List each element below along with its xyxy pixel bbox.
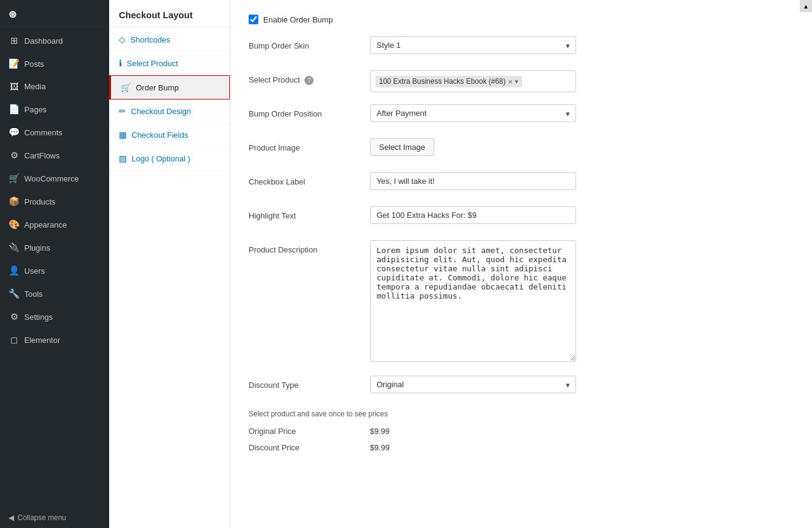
select-product-label: Select Product ?: [249, 70, 370, 85]
form-panel: Enable Order Bump Bump Order Skin Style …: [230, 0, 812, 528]
sub-sidebar-item-label: Checkout Fields: [132, 130, 188, 140]
dashboard-icon: ⊞: [8, 35, 19, 46]
discount-type-row: Discount Type Original Percentage Fixed: [249, 376, 794, 398]
bump-order-position-select[interactable]: After Payment Before Payment After Order…: [370, 104, 576, 122]
fields-icon: ▦: [119, 130, 127, 140]
bump-order-skin-select[interactable]: Style 1 Style 2 Style 3: [370, 36, 576, 54]
discount-type-select-wrapper: Original Percentage Fixed: [370, 376, 576, 393]
product-select-wrapper[interactable]: 100 Extra Business Hacks Ebook (#68) × ▾: [370, 70, 576, 92]
scroll-up-arrow[interactable]: ▲: [800, 0, 812, 12]
collapse-menu-button[interactable]: ◀ Collapse menu: [0, 507, 109, 528]
product-tag-chevron[interactable]: ▾: [515, 78, 518, 86]
sidebar-item-label: Products: [24, 197, 55, 206]
products-icon: 📦: [8, 196, 19, 207]
sidebar-item-comments[interactable]: 💬 Comments: [0, 121, 109, 144]
sidebar-item-label: Comments: [24, 128, 62, 137]
elementor-icon: ◻: [8, 334, 19, 345]
sidebar: ⊛ ⊞ Dashboard 📝 Posts 🖼 Media 📄 Pages 💬 …: [0, 0, 109, 528]
discount-price-value: $9.99: [370, 443, 390, 452]
highlight-text-label: Highlight Text: [249, 206, 370, 220]
discount-type-select[interactable]: Original Percentage Fixed: [370, 376, 576, 393]
sub-sidebar-title: Checkout Layout: [109, 0, 230, 28]
main-area: Checkout Layout ◇ Shortcodes ℹ Select Pr…: [109, 0, 812, 528]
discount-type-label: Discount Type: [249, 376, 370, 390]
sub-sidebar-shortcodes[interactable]: ◇ Shortcodes: [109, 28, 230, 52]
pencil-icon: ✏: [119, 106, 126, 116]
sub-sidebar-item-label: Checkout Design: [131, 107, 191, 116]
collapse-arrow-icon: ◀: [8, 513, 14, 522]
original-price-row: Original Price $9.99: [249, 427, 794, 436]
original-price-value: $9.99: [370, 427, 390, 436]
shortcodes-icon: ◇: [119, 35, 126, 44]
sidebar-item-appearance[interactable]: 🎨 Appearance: [0, 213, 109, 236]
checkbox-label-input[interactable]: [370, 172, 576, 190]
media-icon: 🖼: [8, 81, 19, 92]
bump-order-skin-label: Bump Order Skin: [249, 36, 370, 50]
sub-sidebar-select-product[interactable]: ℹ Select Product: [109, 52, 230, 75]
bump-order-position-control: After Payment Before Payment After Order…: [370, 104, 576, 122]
product-tag-text: 100 Extra Business Hacks Ebook (#68): [379, 77, 506, 86]
bump-order-skin-control: Style 1 Style 2 Style 3: [370, 36, 576, 54]
settings-icon: ⚙: [8, 311, 19, 322]
info-text: Select product and save once to see pric…: [249, 410, 794, 418]
checkbox-label-row: Checkbox Label: [249, 172, 794, 194]
sidebar-item-pages[interactable]: 📄 Pages: [0, 98, 109, 121]
cart-icon: 🛒: [121, 83, 131, 92]
product-description-textarea[interactable]: Lorem ipsum dolor sit amet, consectetur …: [370, 240, 576, 362]
product-description-row: Product Description Lorem ipsum dolor si…: [249, 240, 794, 364]
sidebar-item-label: Dashboard: [24, 36, 63, 46]
sidebar-item-dashboard[interactable]: ⊞ Dashboard: [0, 29, 109, 52]
enable-order-bump-label: Enable Order Bump: [263, 15, 333, 24]
product-description-control: Lorem ipsum dolor sit amet, consectetur …: [370, 240, 576, 364]
sub-sidebar-item-label: Order Bump: [136, 83, 179, 92]
product-image-label: Product Image: [249, 138, 370, 152]
sub-sidebar-item-label: Shortcodes: [130, 35, 170, 44]
checkbox-label-label: Checkbox Label: [249, 172, 370, 186]
wp-icon: ⊛: [8, 8, 16, 20]
bump-order-skin-row: Bump Order Skin Style 1 Style 2 Style 3: [249, 36, 794, 58]
sidebar-item-label: Appearance: [24, 220, 67, 229]
product-tag: 100 Extra Business Hacks Ebook (#68) × ▾: [375, 76, 522, 87]
sub-sidebar-item-label: Select Product: [127, 59, 178, 68]
sidebar-item-label: WooCommerce: [24, 174, 79, 183]
posts-icon: 📝: [8, 58, 19, 69]
select-product-row: Select Product ? 100 Extra Business Hack…: [249, 70, 794, 92]
sidebar-item-label: Users: [24, 266, 45, 276]
sidebar-item-media[interactable]: 🖼 Media: [0, 75, 109, 98]
sidebar-item-woocommerce[interactable]: 🛒 WooCommerce: [0, 167, 109, 190]
sidebar-item-label: Elementor: [24, 336, 60, 345]
checkbox-label-control: [370, 172, 576, 190]
info-icon: ℹ: [119, 58, 122, 68]
content-wrapper: Checkout Layout ◇ Shortcodes ℹ Select Pr…: [109, 0, 812, 528]
sidebar-item-label: Plugins: [24, 243, 50, 252]
sub-sidebar: Checkout Layout ◇ Shortcodes ℹ Select Pr…: [109, 0, 230, 528]
sidebar-item-settings[interactable]: ⚙ Settings: [0, 305, 109, 328]
highlight-text-control: [370, 206, 576, 224]
sidebar-item-label: Media: [24, 82, 45, 91]
highlight-text-input[interactable]: [370, 206, 576, 224]
logo-icon: ▨: [119, 154, 127, 163]
product-tag-remove[interactable]: ×: [508, 77, 513, 86]
sidebar-item-users[interactable]: 👤 Users: [0, 259, 109, 282]
sub-sidebar-checkout-fields[interactable]: ▦ Checkout Fields: [109, 123, 230, 147]
select-product-help-icon[interactable]: ?: [304, 76, 314, 85]
appearance-icon: 🎨: [8, 219, 19, 230]
select-product-control: 100 Extra Business Hacks Ebook (#68) × ▾: [370, 70, 576, 92]
sidebar-item-posts[interactable]: 📝 Posts: [0, 52, 109, 75]
tools-icon: 🔧: [8, 288, 19, 299]
sidebar-item-products[interactable]: 📦 Products: [0, 190, 109, 213]
sidebar-item-plugins[interactable]: 🔌 Plugins: [0, 236, 109, 259]
sidebar-item-label: Settings: [24, 313, 53, 322]
sub-sidebar-logo[interactable]: ▨ Logo ( Optional ): [109, 147, 230, 171]
sub-sidebar-order-bump[interactable]: 🛒 Order Bump: [109, 75, 230, 100]
comments-icon: 💬: [8, 127, 19, 138]
sidebar-item-cartflows[interactable]: ⚙ CartFlows: [0, 144, 109, 167]
sidebar-item-tools[interactable]: 🔧 Tools: [0, 282, 109, 305]
sidebar-item-label: Posts: [24, 59, 44, 69]
select-image-button[interactable]: Select Image: [370, 138, 434, 156]
sidebar-item-elementor[interactable]: ◻ Elementor: [0, 328, 109, 351]
sub-sidebar-item-label: Logo ( Optional ): [132, 154, 190, 163]
collapse-menu-label: Collapse menu: [18, 513, 66, 522]
sub-sidebar-checkout-design[interactable]: ✏ Checkout Design: [109, 100, 230, 123]
enable-order-bump-checkbox[interactable]: [249, 15, 258, 24]
